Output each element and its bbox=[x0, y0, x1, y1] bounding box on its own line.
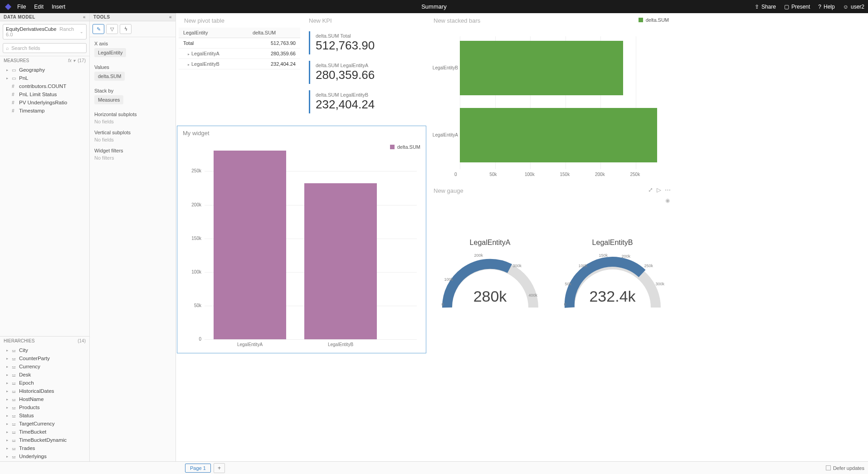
data-model-header: DATA MODEL bbox=[4, 15, 35, 20]
search-input[interactable]: ⌕ Search fields bbox=[3, 43, 87, 53]
tools-panel: TOOLS « ✎ ▽ ϟ X axis LegalEntity Values … bbox=[90, 13, 176, 461]
page-tab[interactable]: Page 1 bbox=[185, 464, 211, 473]
hierarchy-item[interactable]: ▸⚍TargetCurrency bbox=[2, 420, 88, 428]
kpi-item: delta.SUM LegalEntityB 232,404.24 bbox=[309, 90, 425, 113]
table-row[interactable]: ▸LegalEntityA280,359.66 bbox=[179, 49, 300, 59]
xaxis-chip[interactable]: LegalEntity bbox=[94, 48, 126, 57]
page-title: Summary bbox=[421, 3, 447, 10]
expand-icon[interactable]: ▸ bbox=[188, 63, 190, 67]
hierarchy-item[interactable]: ▸⚍Desk bbox=[2, 371, 88, 379]
measure-item[interactable]: #PV UnderlyingsRatio bbox=[2, 98, 88, 107]
table-row[interactable]: Total512,763.90 bbox=[179, 38, 300, 49]
folder-icon: ▭ bbox=[12, 76, 17, 81]
hierarchy-item[interactable]: ▸⚍City bbox=[2, 346, 88, 354]
chart-bar[interactable] bbox=[460, 41, 623, 95]
menu-insert[interactable]: Insert bbox=[52, 4, 65, 10]
gauge-b: LegalEntityB 232.4k 0 50k 100k 150k 200k… bbox=[561, 239, 665, 311]
add-page-button[interactable]: + bbox=[214, 463, 225, 473]
hierarchy-icon: ⚍ bbox=[12, 372, 17, 377]
chart-legend: delta.SUM bbox=[390, 144, 420, 150]
values-chip[interactable]: delta.SUM bbox=[94, 72, 125, 81]
collapse-icon[interactable]: « bbox=[169, 15, 172, 20]
tools-header: TOOLS bbox=[93, 15, 110, 20]
collapse-icon[interactable]: « bbox=[83, 15, 86, 20]
hierarchy-item[interactable]: ▸⚍Products bbox=[2, 403, 88, 411]
measure-item[interactable]: #PnL Limit Status bbox=[2, 90, 88, 98]
user-button[interactable]: ☺user2 bbox=[843, 4, 864, 10]
bottom-bar: Page 1 + Defer updates bbox=[0, 461, 868, 474]
edit-tool-icon[interactable]: ✎ bbox=[93, 24, 104, 34]
filter-tool-icon[interactable]: ▽ bbox=[106, 24, 118, 34]
chart-bar[interactable] bbox=[304, 183, 377, 339]
search-icon: ⌕ bbox=[6, 45, 9, 51]
dashboard-canvas[interactable]: New pivot table LegalEntitydelta.SUM Tot… bbox=[176, 13, 868, 461]
empty-text: No fields bbox=[94, 137, 171, 142]
checkbox-icon[interactable] bbox=[826, 465, 831, 470]
present-button[interactable]: ▢Present bbox=[784, 4, 810, 10]
my-widget-bar-chart[interactable]: My widget delta.SUM 050k100k150k200k250k… bbox=[177, 126, 426, 353]
pivot-table-widget[interactable]: New pivot table LegalEntitydelta.SUM Tot… bbox=[178, 13, 301, 124]
measures-folder[interactable]: ▸▭PnL bbox=[2, 74, 88, 82]
menu-edit[interactable]: Edit bbox=[34, 4, 44, 10]
hierarchy-item[interactable]: ▸⚍TimeBucket bbox=[2, 428, 88, 436]
folder-icon: ▭ bbox=[12, 68, 17, 73]
present-icon: ▢ bbox=[784, 4, 789, 10]
table-row[interactable]: ▸LegalEntityB232,404.24 bbox=[179, 59, 300, 69]
hierarchy-item[interactable]: ▸⚍Status bbox=[2, 411, 88, 420]
menu-file[interactable]: File bbox=[17, 4, 26, 10]
app-logo-icon bbox=[4, 2, 13, 11]
cube-selector[interactable]: EquityDerivativesCube Ranch 6.0 ⌄ bbox=[3, 24, 87, 39]
help-button[interactable]: ?Help bbox=[818, 4, 834, 10]
values-label: Values bbox=[94, 64, 171, 70]
share-button[interactable]: ⇪Share bbox=[755, 4, 776, 10]
gauge-a: LegalEntityA 280k 0 100k 200k 300k 400k bbox=[438, 239, 542, 311]
kpi-widget[interactable]: New KPI delta.SUM Total 512,763.90 delta… bbox=[303, 13, 425, 124]
stack-chip[interactable]: Measures bbox=[94, 95, 123, 104]
hierarchy-item[interactable]: ▸⚍HostName bbox=[2, 395, 88, 403]
hierarchy-item[interactable]: ▸⚍Currency bbox=[2, 362, 88, 371]
user-icon: ☺ bbox=[843, 4, 848, 10]
stacked-bars-widget[interactable]: New stacked bars delta.SUM 050k100k150k2… bbox=[428, 13, 675, 181]
hierarchy-icon: ⚍ bbox=[12, 397, 17, 402]
measures-header: MEASURES bbox=[4, 58, 29, 63]
expand-icon[interactable]: ▸ bbox=[188, 52, 190, 56]
measure-item[interactable]: #Timestamp bbox=[2, 107, 88, 115]
hierarchy-icon: ⚍ bbox=[12, 438, 17, 443]
stack-label: Stack by bbox=[94, 88, 171, 93]
chevron-down-icon: ⌄ bbox=[80, 29, 83, 34]
measures-folder[interactable]: ▸▭Geography bbox=[2, 66, 88, 74]
kpi-item: delta.SUM LegalEntityA 280,359.66 bbox=[309, 61, 425, 84]
empty-text: No filters bbox=[94, 155, 171, 161]
measure-item[interactable]: #contributors.COUNT bbox=[2, 82, 88, 90]
pivot-col-header[interactable]: LegalEntity bbox=[179, 28, 248, 38]
widget-title: New stacked bars bbox=[428, 14, 674, 28]
expand-icon[interactable]: ⤢ bbox=[648, 186, 653, 193]
vsub-label: Vertical subplots bbox=[94, 130, 171, 135]
hierarchy-icon: ⚍ bbox=[12, 430, 17, 435]
share-icon: ⇪ bbox=[755, 4, 759, 10]
chart-legend: delta.SUM bbox=[639, 17, 669, 23]
hierarchy-item[interactable]: ▸⚍Trades bbox=[2, 444, 88, 452]
hierarchy-item[interactable]: ▸⚍TimeBucketDynamic bbox=[2, 436, 88, 444]
hierarchy-icon: ⚍ bbox=[12, 381, 17, 386]
hierarchy-item[interactable]: ▸⚍HistoricalDates bbox=[2, 387, 88, 395]
pivot-col-header[interactable]: delta.SUM bbox=[248, 28, 300, 38]
camera-icon[interactable]: ◉ bbox=[665, 197, 670, 204]
hierarchy-item[interactable]: ▸⚍Underlyings bbox=[2, 452, 88, 460]
play-icon[interactable]: ▷ bbox=[657, 186, 661, 193]
hierarchy-icon: ⚍ bbox=[12, 364, 17, 369]
empty-text: No fields bbox=[94, 119, 171, 124]
filters-label: Widget filters bbox=[94, 148, 171, 153]
data-model-panel: DATA MODEL « EquityDerivativesCube Ranch… bbox=[0, 13, 90, 461]
hierarchy-item[interactable]: ▸⚍CounterParty bbox=[2, 354, 88, 362]
xaxis-label: X axis bbox=[94, 41, 171, 46]
gauge-widget[interactable]: New gauge ⤢ ▷ ⋯ ◉ LegalEntityA 280k 0 10… bbox=[428, 183, 675, 353]
hierarchy-icon: ⚍ bbox=[12, 421, 17, 426]
hierarchy-icon: ⚍ bbox=[12, 454, 17, 459]
hierarchy-item[interactable]: ▸⚍Epoch bbox=[2, 379, 88, 387]
more-icon[interactable]: ⋯ bbox=[665, 186, 671, 193]
query-tool-icon[interactable]: ϟ bbox=[120, 24, 132, 34]
defer-updates-toggle[interactable]: Defer updates bbox=[826, 465, 864, 471]
chart-bar[interactable] bbox=[460, 108, 657, 162]
chart-bar[interactable] bbox=[214, 151, 286, 339]
